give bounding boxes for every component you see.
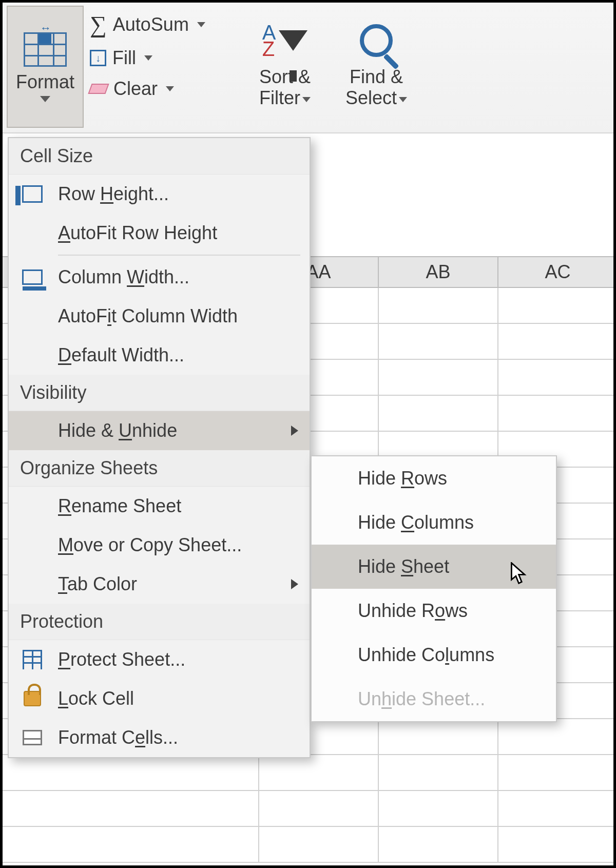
menu-label: Default Width... bbox=[58, 344, 298, 366]
submenu-arrow-icon bbox=[291, 426, 298, 436]
ribbon-right: ∑ AutoSum ↓ Fill Clear AZ bbox=[84, 6, 417, 132]
menu-label: AutoFit Row Height bbox=[58, 222, 298, 244]
hide-unhide-submenu: Hide Rows Hide Columns Hide Sheet Unhide… bbox=[311, 455, 557, 722]
fill-label: Fill bbox=[112, 47, 136, 69]
menu-label: Tab Color bbox=[58, 573, 280, 595]
lock-icon bbox=[24, 691, 41, 706]
menu-label: Lock Cell bbox=[58, 688, 298, 709]
menu-label: Unhide Rows bbox=[358, 600, 542, 622]
sort-label-1: Sort & bbox=[259, 66, 311, 87]
menu-label: Unhide Columns bbox=[358, 644, 542, 666]
menu-section-visibility: Visibility bbox=[9, 375, 310, 411]
sigma-icon: ∑ bbox=[90, 11, 107, 38]
magnify-icon bbox=[360, 24, 393, 57]
find-select-button[interactable]: Find & Select bbox=[335, 15, 417, 109]
menu-label: Rename Sheet bbox=[58, 495, 298, 517]
menu-separator bbox=[58, 255, 300, 256]
menu-label: Format Cells... bbox=[58, 727, 298, 748]
fill-button[interactable]: ↓ Fill bbox=[90, 47, 244, 69]
autosum-label: AutoSum bbox=[113, 14, 189, 35]
menu-label: Hide Sheet bbox=[358, 556, 542, 577]
submenu-hide-rows[interactable]: Hide Rows bbox=[312, 456, 556, 500]
eraser-icon bbox=[88, 84, 109, 94]
submenu-hide-columns[interactable]: Hide Columns bbox=[312, 500, 556, 545]
menu-lock-cell[interactable]: Lock Cell bbox=[9, 679, 310, 718]
menu-label: Hide Rows bbox=[358, 468, 542, 489]
column-header[interactable]: AC bbox=[498, 257, 616, 287]
menu-label: Unhide Sheet... bbox=[358, 688, 542, 710]
dropdown-caret-icon bbox=[197, 22, 205, 27]
autosum-button[interactable]: ∑ AutoSum bbox=[90, 11, 244, 38]
format-grid-icon: ↔ bbox=[22, 29, 68, 68]
menu-label: Move or Copy Sheet... bbox=[58, 534, 298, 556]
dropdown-caret-icon bbox=[302, 97, 311, 102]
submenu-hide-sheet[interactable]: Hide Sheet bbox=[312, 545, 556, 589]
dropdown-caret-icon bbox=[166, 86, 174, 91]
format-menu: Cell Size Row Height... AutoFit Row Heig… bbox=[8, 137, 311, 758]
menu-label: Row Height... bbox=[58, 183, 298, 205]
protect-sheet-icon bbox=[23, 650, 42, 669]
find-label-1: Find & bbox=[350, 66, 403, 87]
funnel-icon bbox=[279, 30, 307, 51]
menu-tab-color[interactable]: Tab Color bbox=[9, 565, 310, 604]
sort-label-2: Filter bbox=[259, 87, 300, 108]
menu-label: Column Width... bbox=[58, 266, 298, 288]
menu-section-cell-size: Cell Size bbox=[9, 138, 310, 175]
format-cells-icon bbox=[23, 730, 42, 745]
clear-button[interactable]: Clear bbox=[90, 78, 244, 100]
menu-autofit-row-height[interactable]: AutoFit Row Height bbox=[9, 214, 310, 253]
menu-label: Hide & Unhide bbox=[58, 420, 280, 441]
submenu-unhide-rows[interactable]: Unhide Rows bbox=[312, 589, 556, 633]
menu-row-height[interactable]: Row Height... bbox=[9, 175, 310, 214]
submenu-arrow-icon bbox=[291, 579, 298, 589]
sort-az-icon: AZ bbox=[262, 24, 308, 57]
format-label: Format bbox=[16, 71, 74, 93]
menu-label: AutoFit Column Width bbox=[58, 305, 298, 327]
clear-label: Clear bbox=[113, 78, 158, 100]
find-label-2: Select bbox=[345, 87, 397, 108]
menu-move-copy-sheet[interactable]: Move or Copy Sheet... bbox=[9, 526, 310, 565]
sort-filter-button[interactable]: AZ Sort & Filter bbox=[244, 15, 326, 109]
menu-format-cells[interactable]: Format Cells... bbox=[9, 718, 310, 757]
menu-rename-sheet[interactable]: Rename Sheet bbox=[9, 487, 310, 526]
dropdown-caret-icon bbox=[399, 97, 407, 102]
menu-autofit-column-width[interactable]: AutoFit Column Width bbox=[9, 297, 310, 336]
column-header[interactable]: AB bbox=[379, 257, 498, 287]
menu-default-width[interactable]: Default Width... bbox=[9, 336, 310, 375]
submenu-unhide-columns[interactable]: Unhide Columns bbox=[312, 633, 556, 677]
menu-hide-unhide[interactable]: Hide & Unhide bbox=[9, 411, 310, 450]
menu-protect-sheet[interactable]: Protect Sheet... bbox=[9, 640, 310, 679]
fill-down-icon: ↓ bbox=[90, 50, 106, 66]
ribbon: ↔ Format ∑ AutoSum ↓ Fill Clear bbox=[3, 3, 613, 133]
row-height-icon bbox=[22, 185, 43, 203]
submenu-unhide-sheet: Unhide Sheet... bbox=[312, 677, 556, 721]
column-width-icon bbox=[22, 269, 43, 285]
dropdown-caret-icon bbox=[144, 55, 152, 61]
format-button[interactable]: ↔ Format bbox=[7, 6, 84, 128]
dropdown-caret-icon bbox=[40, 96, 50, 102]
menu-label: Hide Columns bbox=[358, 512, 542, 533]
menu-column-width[interactable]: Column Width... bbox=[9, 258, 310, 297]
menu-label: Protect Sheet... bbox=[58, 649, 298, 670]
menu-section-protection: Protection bbox=[9, 604, 310, 640]
menu-section-organize: Organize Sheets bbox=[9, 450, 310, 487]
